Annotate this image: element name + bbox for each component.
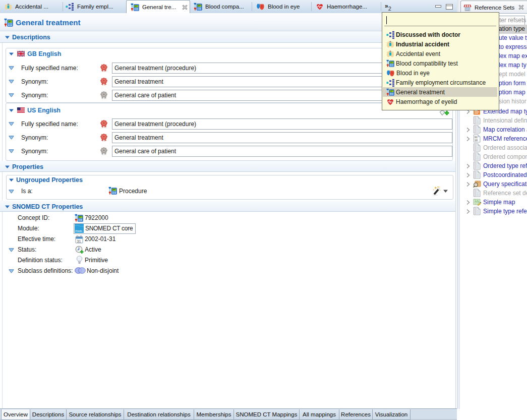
svg-text:10: 10 [475,139,478,142]
svg-text:ihtsdo: ihtsdo [75,229,82,232]
svg-text:31: 31 [77,239,81,243]
